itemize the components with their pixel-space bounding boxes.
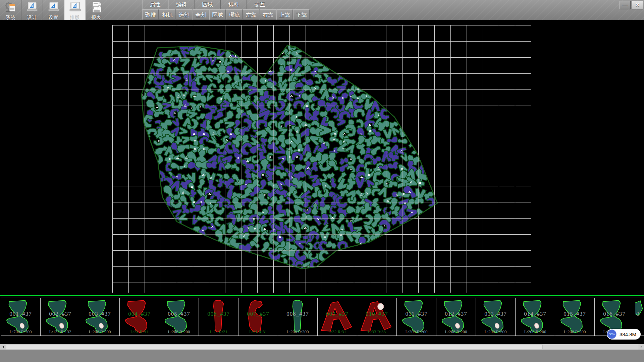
part-name-label: 004_#37 (120, 311, 159, 317)
part-lr-label: L:32 R:31 (318, 329, 357, 335)
tool-button-snap-left[interactable]: 左靠 (243, 9, 259, 20)
tool-button-snap-bottom[interactable]: 下靠 (293, 9, 310, 20)
tool-button-defect[interactable]: 瑕疵 (226, 9, 243, 20)
close-icon: ✕ (635, 2, 640, 8)
part-thumbnail[interactable]: 004_#37L:31 R:31 (120, 298, 159, 336)
scrollbar-thumb[interactable] (6, 345, 543, 349)
part-name-label: 005_#37 (159, 311, 199, 317)
part-thumbnail[interactable]: 007_#37L:31 R:31 (238, 298, 278, 336)
part-lr-label: L:200 R:200 (80, 329, 119, 335)
part-name-label: 007_#37 (238, 311, 278, 317)
part-lr-label: L:200 R:200 (555, 329, 594, 335)
part-name-label: 002_#37 (41, 311, 80, 317)
scroll-left-icon (2, 346, 4, 348)
horizontal-scrollbar[interactable] (0, 344, 644, 350)
part-lr-label: L:31 R:31 (238, 329, 278, 335)
memory-size-label: 384.8M (620, 331, 636, 337)
part-name-label: 0 (634, 311, 644, 317)
design-icon (21, 0, 43, 15)
tool-button-select-cut[interactable]: 选割 (176, 9, 192, 20)
memory-percent-label: 38% (609, 333, 615, 336)
menu-item-interaction[interactable]: 交互 (247, 0, 273, 9)
minimize-icon: — (623, 2, 628, 8)
system-gear-icon (0, 0, 21, 15)
part-lr-label: L:200 R:200 (476, 329, 515, 335)
part-name-label: 011_#37 (397, 311, 436, 317)
nav-tab-system[interactable]: 系统 (0, 0, 21, 20)
part-thumbnail[interactable]: 006_#37L:21 R:21 (199, 298, 238, 336)
part-lr-label: L:200 R:200 (159, 329, 199, 335)
parts-strip: 001_#37L:700 R:700002_#37L:132 R:132003_… (0, 295, 644, 337)
part-thumbnail[interactable]: 014_#37L:200 R:200 (516, 298, 555, 336)
part-lr-label: L:132 R:132 (41, 329, 80, 335)
part-thumbnail[interactable]: 008_#37L:200 R:200 (278, 298, 318, 336)
part-name-label: 010_#37 (357, 311, 396, 317)
menu-area: 属性编辑区域排料交互 聚排相机选割全割区域瑕疵左靠右靠上靠下靠 (142, 0, 310, 20)
part-name-label: 015_#37 (555, 311, 594, 317)
nav-tab-report[interactable]: 报表 (86, 0, 107, 20)
part-name-label: 008_#37 (278, 311, 317, 317)
status-bar (0, 350, 644, 362)
window-controls: — ✕ (620, 1, 643, 9)
menu-item-nesting[interactable]: 排料 (221, 0, 247, 9)
menu-item-properties[interactable]: 属性 (142, 0, 168, 9)
settings-icon (43, 0, 64, 15)
part-lr-label: L:21 R:21 (199, 329, 238, 335)
memory-percent-circle: 38% (607, 329, 616, 339)
part-thumbnail[interactable]: 011_#37L:200 R:200 (397, 298, 436, 336)
tool-button-snap-right[interactable]: 右靠 (260, 9, 276, 20)
tool-button-snap-top[interactable]: 上靠 (276, 9, 293, 20)
scroll-right-icon (640, 346, 643, 348)
part-thumbnail[interactable]: 012_#37L:200 R:200 (436, 298, 476, 336)
nav-tab-layout[interactable]: 排版 (64, 0, 86, 20)
layout-icon (64, 0, 86, 15)
strip-accent-line (0, 295, 644, 296)
part-thumbnail[interactable]: 002_#37L:132 R:132 (41, 298, 80, 336)
menu-item-edit[interactable]: 编辑 (168, 0, 195, 9)
app-window: 系统 设计 (0, 0, 644, 362)
part-name-label: 013_#37 (476, 311, 515, 317)
close-button[interactable]: ✕ (632, 1, 643, 9)
part-lr-label: L:200 R:200 (278, 329, 317, 335)
part-name-label: 006_#37 (199, 311, 238, 317)
part-thumbnail[interactable]: 010_#37L:33 R:33 (357, 298, 397, 336)
part-name-label: 014_#37 (516, 311, 555, 317)
memory-badge: 38% 384.8M (607, 329, 641, 340)
part-thumbnail-list: 001_#37L:700 R:700002_#37L:132 R:132003_… (1, 298, 644, 336)
part-thumbnail[interactable]: 009_#37L:32 R:31 (318, 298, 357, 336)
part-lr-label: L:700 R:700 (1, 329, 40, 335)
part-thumbnail[interactable]: 003_#37L:200 R:200 (80, 298, 120, 336)
part-thumbnail[interactable]: 013_#37L:200 R:200 (476, 298, 516, 336)
nesting-canvas[interactable] (0, 20, 644, 295)
menu-item-region[interactable]: 区域 (195, 0, 221, 9)
report-icon (86, 0, 107, 15)
tool-button-cut-all[interactable]: 全割 (193, 9, 209, 20)
part-name-label: 012_#37 (436, 311, 476, 317)
part-lr-label: L:31 R:31 (120, 329, 159, 335)
scroll-left-button[interactable] (0, 344, 6, 350)
part-lr-label: L:200 R:200 (516, 329, 555, 335)
toolbar: 系统 设计 (0, 0, 644, 20)
part-lr-label: L:200 R:200 (397, 329, 436, 335)
nav-tab-settings[interactable]: 设置 (43, 0, 64, 20)
part-lr-label: L:33 R:33 (357, 329, 396, 335)
tool-button-cluster-nest[interactable]: 聚排 (142, 9, 159, 20)
menu-bar: 属性编辑区域排料交互 (142, 0, 310, 9)
tool-bar: 聚排相机选割全割区域瑕疵左靠右靠上靠下靠 (142, 9, 310, 20)
part-thumbnail[interactable]: 001_#37L:700 R:700 (1, 298, 41, 336)
part-thumbnail[interactable]: 015_#37L:200 R:200 (555, 298, 595, 336)
part-name-label: 009_#37 (318, 311, 357, 317)
part-name-label: 003_#37 (80, 311, 119, 317)
scroll-right-button[interactable] (638, 344, 644, 350)
tool-button-region[interactable]: 区域 (209, 9, 226, 20)
strip-accent-line-2 (0, 297, 644, 297)
part-name-label: 001_#37 (1, 311, 40, 317)
part-name-label: 016_#37 (595, 311, 634, 317)
part-thumbnail[interactable]: 005_#37L:200 R:200 (159, 298, 199, 336)
nav-tabs: 系统 设计 (0, 0, 107, 20)
tool-button-camera[interactable]: 相机 (159, 9, 175, 20)
part-lr-label: L:200 R:200 (436, 329, 476, 335)
nav-tab-design[interactable]: 设计 (21, 0, 43, 20)
minimize-button[interactable]: — (620, 1, 631, 9)
